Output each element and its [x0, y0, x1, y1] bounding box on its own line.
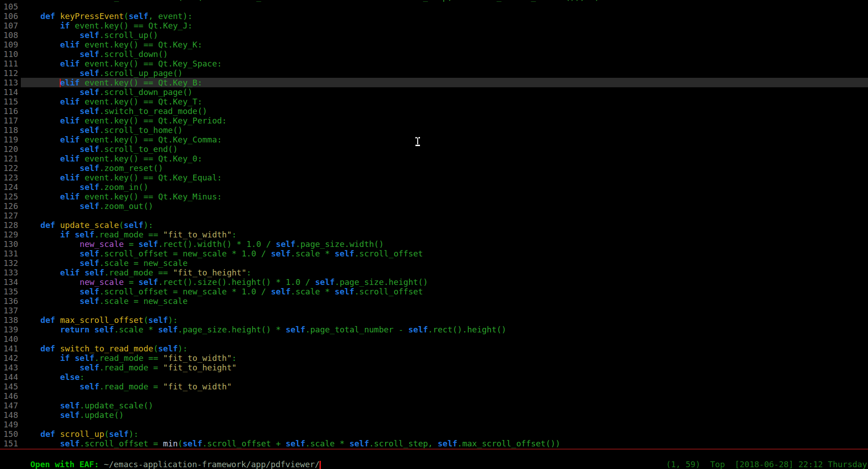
code-line-119[interactable]: 119 elif event.key() == Qt.Key_Comma:: [0, 135, 868, 144]
line-number: 129: [0, 230, 21, 239]
code-line-134[interactable]: 134 new_scale = self.rect().size().heigh…: [0, 277, 868, 287]
line-number: 138: [0, 315, 21, 325]
line-number: 146: [0, 391, 21, 401]
code-line-149[interactable]: 149: [0, 420, 868, 429]
code-line-111[interactable]: 111 elif event.key() == Qt.Key_Space:: [0, 59, 868, 68]
code-line-138[interactable]: 138 def max_scroll_offset(self):: [0, 315, 868, 325]
code-text: if self.read_mode == "fit_to_width":: [21, 353, 868, 363]
line-number: 128: [0, 220, 21, 230]
code-text: self.update_scale(): [21, 401, 868, 410]
line-number: 150: [0, 429, 21, 439]
line-number: 143: [0, 363, 21, 372]
code-line-140[interactable]: 140: [0, 334, 868, 344]
line-number: 134: [0, 277, 21, 287]
code-text: [21, 334, 868, 344]
line-number: 112: [0, 68, 21, 78]
line-number: 124: [0, 182, 21, 192]
code-text: self.scale = new_scale: [21, 296, 868, 306]
code-text: self.scale = new_scale: [21, 258, 868, 268]
code-text: new_scale = self.rect().width() * 1.0 / …: [21, 239, 868, 249]
code-line-136[interactable]: 136 self.scale = new_scale: [0, 296, 868, 306]
line-number: 132: [0, 258, 21, 268]
code-line-125[interactable]: 125 elif event.key() == Qt.Key_Minus:: [0, 192, 868, 201]
line-number: 111: [0, 59, 21, 68]
line-number: 106: [0, 11, 21, 21]
code-text: elif event.key() == Qt.Key_Space:: [21, 59, 868, 68]
code-line-109[interactable]: 109 elif event.key() == Qt.Key_K:: [0, 40, 868, 49]
code-line-135[interactable]: 135 self.scroll_offset = new_scale * 1.0…: [0, 287, 868, 296]
code-line-116[interactable]: 116 self.switch_to_read_mode(): [0, 106, 868, 116]
code-text: elif event.key() == Qt.Key_Period:: [21, 116, 868, 125]
code-line-141[interactable]: 141 def switch_to_read_mode(self):: [0, 344, 868, 353]
code-line-132[interactable]: 132 self.scale = new_scale: [0, 258, 868, 268]
minibuffer-input-value[interactable]: ~/emacs-application-framework/app/pdfvie…: [104, 460, 320, 469]
code-line-114[interactable]: 114 self.scroll_down_page(): [0, 87, 868, 97]
line-number: 109: [0, 40, 21, 49]
code-text: self.zoom_in(): [21, 182, 868, 192]
code-line-143[interactable]: 143 self.read_mode = "fit_to_height": [0, 363, 868, 372]
code-line-108[interactable]: 108 self.scroll_up(): [0, 30, 868, 40]
line-number: 136: [0, 296, 21, 306]
code-line-117[interactable]: 117 elif event.key() == Qt.Key_Period:: [0, 116, 868, 125]
code-line-127[interactable]: 127: [0, 211, 868, 220]
code-text: self.update(): [21, 410, 868, 420]
code-line-145[interactable]: 145 self.read_mode = "fit_to_width": [0, 382, 868, 391]
line-number: 149: [0, 420, 21, 429]
minibuffer-line[interactable]: Open with EAF: ~/emacs-application-frame…: [0, 450, 868, 460]
code-line-131[interactable]: 131 self.scroll_offset = new_scale * 1.0…: [0, 249, 868, 258]
code-line-142[interactable]: 142 if self.read_mode == "fit_to_width":: [0, 353, 868, 363]
line-number: 105: [0, 2, 21, 11]
line-number: 114: [0, 87, 21, 97]
line-number: 120: [0, 144, 21, 154]
status-info: (1, 59) Top [2018-06-28] 22:12 Thursday: [666, 460, 867, 469]
line-number: 145: [0, 382, 21, 391]
code-line-151[interactable]: 151 self.scroll_offset = min(self.scroll…: [0, 439, 868, 448]
code-text: [21, 391, 868, 401]
code-text: elif event.key() == Qt.Key_Minus:: [21, 192, 868, 201]
code-text: self.switch_to_read_mode(): [21, 106, 868, 116]
code-text: elif event.key() == Qt.Key_Equal:: [21, 173, 868, 182]
code-line-106[interactable]: 106 def keyPressEvent(self, event):: [0, 11, 868, 21]
code-area[interactable]: 104 self.scroll_offset = max(min(self.sc…: [0, 0, 868, 448]
code-line-112[interactable]: 112 self.scroll_up_page(): [0, 68, 868, 78]
code-line-133[interactable]: 133 elif self.read_mode == "fit_to_heigh…: [0, 268, 868, 277]
code-line-150[interactable]: 150 def scroll_up(self):: [0, 429, 868, 439]
code-line-137[interactable]: 137: [0, 306, 868, 315]
code-line-113[interactable]: 113 elif event.key() == Qt.Key_B:: [0, 78, 868, 87]
minibuffer[interactable]: Open with EAF: ~/emacs-application-frame…: [0, 450, 868, 469]
code-line-121[interactable]: 121 elif event.key() == Qt.Key_0:: [0, 154, 868, 163]
code-text: [21, 306, 868, 315]
code-line-123[interactable]: 123 elif event.key() == Qt.Key_Equal:: [0, 173, 868, 182]
line-number: 125: [0, 192, 21, 201]
code-line-110[interactable]: 110 self.scroll_down(): [0, 49, 868, 59]
code-line-130[interactable]: 130 new_scale = self.rect().width() * 1.…: [0, 239, 868, 249]
code-line-122[interactable]: 122 self.zoom_reset(): [0, 163, 868, 173]
code-text: self.scroll_up(): [21, 30, 868, 40]
code-text: elif event.key() == Qt.Key_T:: [21, 97, 868, 106]
line-number: 127: [0, 211, 21, 220]
code-text: [21, 420, 868, 429]
code-line-148[interactable]: 148 self.update(): [0, 410, 868, 420]
code-line-120[interactable]: 120 self.scroll_to_end(): [0, 144, 868, 154]
code-text: self.zoom_out(): [21, 201, 868, 211]
code-line-126[interactable]: 126 self.zoom_out(): [0, 201, 868, 211]
code-line-128[interactable]: 128 def update_scale(self):: [0, 220, 868, 230]
line-number: 118: [0, 125, 21, 135]
code-line-107[interactable]: 107 if event.key() == Qt.Key_J:: [0, 21, 868, 30]
code-line-144[interactable]: 144 else:: [0, 372, 868, 382]
code-line-146[interactable]: 146: [0, 391, 868, 401]
code-line-129[interactable]: 129 if self.read_mode == "fit_to_width":: [0, 230, 868, 239]
code-text: self.scroll_to_home(): [21, 125, 868, 135]
code-line-147[interactable]: 147 self.update_scale(): [0, 401, 868, 410]
code-line-124[interactable]: 124 self.zoom_in(): [0, 182, 868, 192]
code-line-118[interactable]: 118 self.scroll_to_home(): [0, 125, 868, 135]
line-number: 133: [0, 268, 21, 277]
emacs-frame: 104 self.scroll_offset = max(min(self.sc…: [0, 0, 868, 469]
code-line-105[interactable]: 105: [0, 2, 868, 11]
code-text: self.read_mode = "fit_to_height": [21, 363, 868, 372]
code-line-139[interactable]: 139 return self.scale * self.page_size.h…: [0, 325, 868, 334]
code-line-115[interactable]: 115 elif event.key() == Qt.Key_T:: [0, 97, 868, 106]
mouse-ibeam-cursor: [415, 137, 420, 146]
line-number: 123: [0, 173, 21, 182]
code-text: def switch_to_read_mode(self):: [21, 344, 868, 353]
